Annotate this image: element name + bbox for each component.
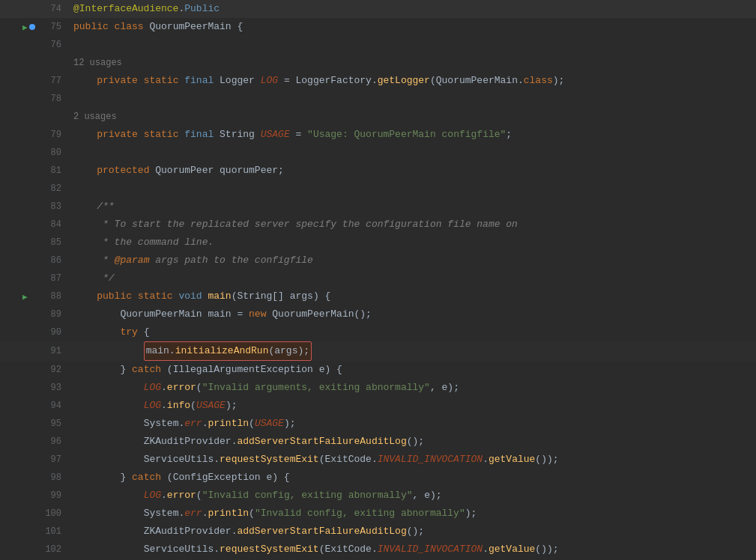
run-icon[interactable]: ▶ <box>22 22 28 32</box>
gutter: 74 <box>0 0 67 18</box>
gutter-icons: ▶ <box>22 292 37 302</box>
token-plain: ( <box>190 397 196 415</box>
token-italic-var: LOG <box>261 72 278 90</box>
code-content: ZKAuditProvider.addServerStartFailureAud… <box>67 523 756 541</box>
code-content: System.err.println("Invalid config, exit… <box>67 505 756 523</box>
token-plain: ServiceUtils. <box>144 451 220 469</box>
code-content: LOG.error("Invalid arguments, exiting ab… <box>67 379 756 397</box>
line-number: 92 <box>40 365 61 375</box>
code-content: * @param args path to the configfile <box>67 252 756 270</box>
token-italic-var: LOG <box>144 397 161 415</box>
code-line: 87 */ <box>0 270 756 287</box>
token-italic-var: USAGE <box>255 415 284 433</box>
token-kw: public <box>73 18 115 36</box>
token-kw: static <box>144 72 185 90</box>
code-content: } catch (IllegalArgumentException e) { <box>67 361 756 379</box>
line-number: 84 <box>40 219 61 230</box>
token-annotation-member: Public <box>184 0 220 18</box>
token-plain: } <box>120 361 132 379</box>
code-line: 74@InterfaceAudience.Public <box>0 0 756 18</box>
token-kw: protected <box>97 162 155 180</box>
gutter: ▶75 <box>0 18 67 36</box>
token-plain: (); <box>407 433 424 451</box>
line-number: 74 <box>40 4 61 14</box>
code-line: 78 <box>0 90 756 108</box>
token-plain: (IllegalArgumentException e) { <box>167 361 342 379</box>
gutter: 96 <box>0 433 67 451</box>
code-content: try { <box>67 323 756 341</box>
code-content: LOG.info(USAGE); <box>67 397 756 415</box>
code-content: QuorumPeerMain main = new QuorumPeerMain… <box>67 305 756 323</box>
token-method: addServerStartFailureAuditLog <box>237 523 406 541</box>
code-line: 96 ZKAuditProvider.addServerStartFailure… <box>0 433 756 451</box>
line-number: 101 <box>40 526 61 537</box>
token-class-name: QuorumPeerMain <box>149 18 237 36</box>
gutter: ▶88 <box>0 287 67 305</box>
token-kw: static <box>144 126 185 144</box>
token-italic-var: LOG <box>144 487 161 505</box>
code-content <box>67 36 756 54</box>
run-icon[interactable]: ▶ <box>22 292 28 302</box>
code-line: 102 ServiceUtils.requestSystemExit(ExitC… <box>0 541 756 559</box>
line-number: 97 <box>40 454 61 465</box>
line-number: 96 <box>40 436 61 447</box>
token-kw: public <box>97 287 138 305</box>
code-line: 84 * To start the replicated server spec… <box>0 216 756 234</box>
token-plain: ( <box>196 379 202 397</box>
line-number: 75 <box>40 22 61 32</box>
code-content <box>67 180 756 198</box>
line-number: 91 <box>40 346 61 356</box>
line-number: 80 <box>40 147 61 158</box>
token-plain: ZKAuditProvider. <box>144 523 238 541</box>
token-plain: . <box>483 541 489 559</box>
token-method: getLogger <box>378 72 430 90</box>
code-content: private static final Logger LOG = Logger… <box>67 72 756 90</box>
token-kw: class <box>115 18 150 36</box>
token-string: "Usage: QuorumPeerMain configfile" <box>307 126 506 144</box>
gutter: 87 <box>0 270 67 287</box>
token-annotation: @InterfaceAudience <box>73 0 178 18</box>
token-comment: * <box>97 252 114 270</box>
token-italic-field: err <box>184 415 202 433</box>
code-line: 86 * @param args path to the configfile <box>0 252 756 270</box>
gutter: 82 <box>0 180 67 198</box>
line-number: 90 <box>40 327 61 338</box>
token-plain: (QuorumPeerMain. <box>430 72 524 90</box>
code-content: * the command line. <box>67 234 756 252</box>
code-editor: 74@InterfaceAudience.Public▶75public cla… <box>0 0 756 560</box>
gutter: 77 <box>0 72 67 90</box>
code-content: protected QuorumPeer quorumPeer; <box>67 162 756 180</box>
token-comment: * To start the replicated server specify… <box>97 216 518 234</box>
token-plain: QuorumPeerMain main = <box>120 305 249 323</box>
token-kw: class <box>524 72 553 90</box>
token-italic-var: LOG <box>144 379 161 397</box>
code-line: 83 /** <box>0 198 756 216</box>
code-content: main.initializeAndRun(args); <box>67 341 756 361</box>
token-plain: { <box>144 323 150 341</box>
line-number: 93 <box>40 383 61 393</box>
token-method: getValue <box>489 541 535 559</box>
gutter: 99 <box>0 487 67 505</box>
token-plain: (String[] args) { <box>232 287 331 305</box>
token-plain: ); <box>553 72 565 90</box>
token-plain: . <box>161 487 167 505</box>
code-line: 80 <box>0 144 756 162</box>
code-line: 89 QuorumPeerMain main = new QuorumPeerM… <box>0 305 756 323</box>
gutter: 102 <box>0 541 67 559</box>
line-number: 79 <box>40 130 61 140</box>
line-number: 98 <box>40 472 61 483</box>
gutter: 92 <box>0 361 67 379</box>
token-kw: try <box>120 323 143 341</box>
code-line: 92 } catch (IllegalArgumentException e) … <box>0 361 756 379</box>
code-line: 82 <box>0 180 756 198</box>
code-content: */ <box>67 270 756 287</box>
line-number: 77 <box>40 76 61 86</box>
token-kw-blue: final <box>184 72 220 90</box>
token-plain: = <box>290 126 307 144</box>
token-plain: ); <box>226 397 238 415</box>
usage-text: 12 usages <box>73 54 122 72</box>
gutter: 83 <box>0 198 67 216</box>
line-number: 94 <box>40 401 61 411</box>
token-plain: System. <box>144 505 185 523</box>
token-plain: . <box>202 505 208 523</box>
